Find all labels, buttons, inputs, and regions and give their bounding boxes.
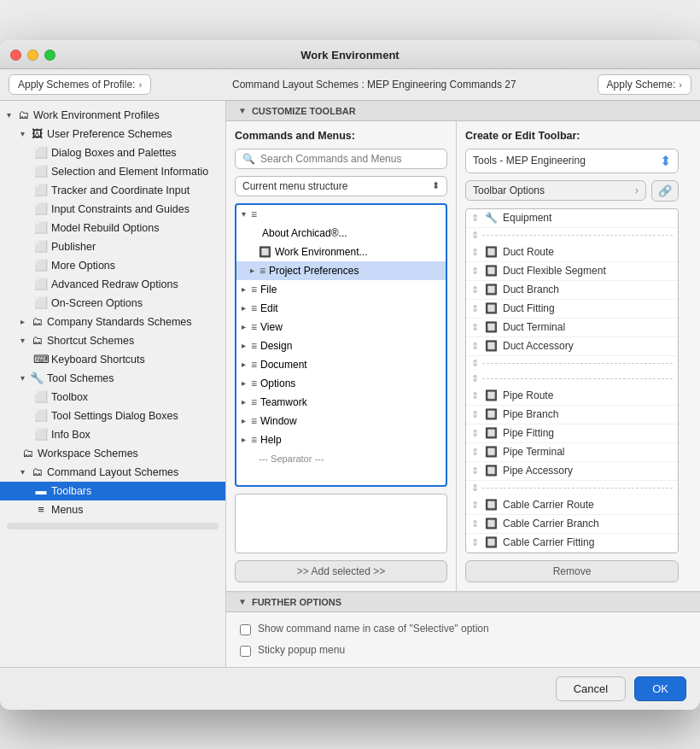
maximize-button[interactable] [44,50,55,61]
sidebar-item-advanced-redraw[interactable]: ⬜ Advanced Redraw Options [0,275,225,294]
add-selected-button[interactable]: >> Add selected >> [235,560,447,582]
sidebar-item-keyboard[interactable]: ⌨ Keyboard Shortcuts [0,350,225,369]
tree-row-root[interactable]: ▾ ≡ [236,205,446,224]
sidebar-item-tool-settings[interactable]: ⬜ Tool Settings Dialog Boxes [0,407,225,425]
sidebar-item-model-rebuild[interactable]: ⬜ Model Rebuild Options [0,219,225,237]
sidebar-item-work-env-profiles[interactable]: ▾ 🗂 Work Environment Profiles [0,106,225,125]
sidebar-item-tool-schemes[interactable]: ▾ 🔧 Tool Schemes [0,369,225,388]
tree-row-window[interactable]: ▸ ≡ Window [236,412,446,430]
sidebar-item-info-box[interactable]: ⬜ Info Box [0,425,225,444]
apply-scheme-label: Apply Scheme: [607,79,676,91]
search-box[interactable]: 🔍 [235,149,447,169]
tree-row-edit[interactable]: ▸ ≡ Edit [236,299,446,318]
apply-scheme-button[interactable]: Apply Scheme: › [598,74,691,95]
toolbox-icon: ⬜ [34,390,48,404]
sidebar-item-shortcut-schemes[interactable]: ▾ 🗂 Shortcut Schemes [0,331,225,350]
tree-row-view[interactable]: ▸ ≡ View [236,318,446,336]
sidebar-label: More Options [51,260,115,272]
duct-accessory-icon: 🔲 [484,339,498,353]
drag-handle-icon: ⇕ [471,303,479,314]
tree-row-project-prefs[interactable]: ▸ ≡ Project Preferences [236,261,446,280]
cancel-button[interactable]: Cancel [556,676,626,701]
sidebar-item-more-options[interactable]: ⬜ More Options [0,256,225,275]
checkbox-row-1: Show command name in case of "Selective"… [240,623,686,635]
toolbar-item-duct-branch[interactable]: ⇕ 🔲 Duct Branch [466,281,678,300]
toolbar-item-pipe-accessory[interactable]: ⇕ 🔲 Pipe Accessory [466,462,678,481]
commands-panel: Commands and Menus: 🔍 Current menu struc… [226,121,457,591]
link-icon-button[interactable]: 🔗 [651,180,679,202]
tree-row-teamwork[interactable]: ▸ ≡ Teamwork [236,393,446,412]
sidebar-item-on-screen[interactable]: ⬜ On-Screen Options [0,294,225,313]
sidebar-item-input-constraints[interactable]: ⬜ Input Constraints and Guides [0,200,225,219]
tree-row-options[interactable]: ▸ ≡ Options [236,374,446,393]
chevron-right-icon: ▸ [242,397,246,407]
toolbar-item-pipe-branch[interactable]: ⇕ 🔲 Pipe Branch [466,406,678,424]
search-input[interactable] [260,153,440,165]
toolbar-item-duct-terminal[interactable]: ⇕ 🔲 Duct Terminal [466,319,678,337]
window-icon: ≡ [251,415,257,427]
sidebar-item-publisher[interactable]: ⬜ Publisher [0,237,225,256]
sidebar-item-toolbox[interactable]: ⬜ Toolbox [0,388,225,407]
toolbar-item-duct-fitting[interactable]: ⇕ 🔲 Duct Fitting [466,300,678,319]
sidebar-label: Command Layout Schemes [47,466,178,478]
sidebar-label: Company Standards Schemes [47,316,192,328]
toolbar-item-pipe-route[interactable]: ⇕ 🔲 Pipe Route [466,387,678,406]
toolbar-item-equipment[interactable]: ⇕ 🔧 Equipment [466,209,678,228]
teamwork-icon: ≡ [251,396,257,408]
tree-row-separator[interactable]: --- Separator --- [236,449,446,468]
ok-button[interactable]: OK [634,676,686,701]
tree-row-file[interactable]: ▸ ≡ File [236,280,446,299]
project-prefs-icon: ≡ [260,265,265,277]
sidebar-item-command-layout[interactable]: ▾ 🗂 Command Layout Schemes [0,463,225,482]
apply-scheme-chevron-icon: › [679,79,682,90]
sidebar-item-workspace[interactable]: 🗂 Workspace Schemes [0,444,225,463]
toolbar-item-pipe-terminal[interactable]: ⇕ 🔲 Pipe Terminal [466,443,678,462]
profiles-icon: 🗂 [16,108,30,122]
sidebar-item-company-standards[interactable]: ▸ 🗂 Company Standards Schemes [0,313,225,331]
toolbar-item-duct-accessory[interactable]: ⇕ 🔲 Duct Accessory [466,337,678,356]
remove-label: Remove [553,565,592,577]
toolbar-item-cable-fitting[interactable]: ⇕ 🔲 Cable Carrier Fitting [466,534,678,553]
toolbar-item-cable-branch[interactable]: ⇕ 🔲 Cable Carrier Branch [466,515,678,534]
drag-handle-icon: ⇕ [471,341,479,352]
toolbar-item-cable-route[interactable]: ⇕ 🔲 Cable Carrier Route [466,496,678,515]
drag-handle-icon: ⇕ [471,447,479,458]
sidebar-label: Shortcut Schemes [47,335,134,347]
command-icon: 🗂 [30,465,44,479]
tree-row-help[interactable]: ▸ ≡ Help [236,430,446,449]
sidebar-item-dialog-boxes[interactable]: ⬜ Dialog Boxes and Palettes [0,143,225,162]
tree-row-document[interactable]: ▸ ≡ Document [236,355,446,374]
toolbar-options-button[interactable]: Toolbar Options › [465,180,646,201]
item-label: Cable Carrier Route [503,499,594,511]
sidebar-item-toolbars[interactable]: ▬ Toolbars [0,482,225,500]
separator-row-1: ⇕ [466,228,678,243]
sidebar-item-user-pref[interactable]: ▾ 🖼 User Preference Schemes [0,125,225,143]
tree-row-design[interactable]: ▸ ≡ Design [236,336,446,355]
sidebar-item-tracker[interactable]: ⬜ Tracker and Coordinate Input [0,181,225,200]
sidebar-item-menus[interactable]: ≡ Menus [0,500,225,519]
toolbar-item-pipe-fitting[interactable]: ⇕ 🔲 Pipe Fitting [466,424,678,443]
item-label: Duct Terminal [503,321,565,333]
cable-route-icon: 🔲 [484,498,498,512]
apply-profile-button[interactable]: Apply Schemes of Profile: › [9,74,151,95]
toolbar-item-duct-flex[interactable]: ⇕ 🔲 Duct Flexible Segment [466,262,678,281]
panels-row: Commands and Menus: 🔍 Current menu struc… [226,121,700,591]
work-env-icon: 🔲 [259,246,271,258]
toolbar-item-duct-route[interactable]: ⇕ 🔲 Duct Route [466,243,678,262]
tree-row-about[interactable]: About Archicad®... [236,224,446,243]
sidebar-label: Publisher [51,241,96,253]
remove-button[interactable]: Remove [465,560,679,582]
minimize-button[interactable] [27,50,38,61]
sidebar-scrollbar[interactable] [7,523,219,530]
tree-label: Teamwork [260,396,307,408]
pipe-fitting-icon: 🔲 [484,426,498,440]
main-content: ▾ 🗂 Work Environment Profiles ▾ 🖼 User P… [0,101,700,667]
menu-structure-dropdown[interactable]: Current menu structure ⬍ [235,176,447,196]
sidebar-item-selection[interactable]: ⬜ Selection and Element Informatio [0,162,225,181]
window-controls [10,50,55,61]
selective-option-checkbox[interactable] [240,624,251,635]
close-button[interactable] [10,50,21,61]
toolbar-name-dropdown[interactable]: Tools - MEP Engineering ⬍ [465,149,679,173]
sticky-popup-checkbox[interactable] [240,646,251,657]
tree-row-work-env[interactable]: 🔲 Work Environment... [236,243,446,261]
